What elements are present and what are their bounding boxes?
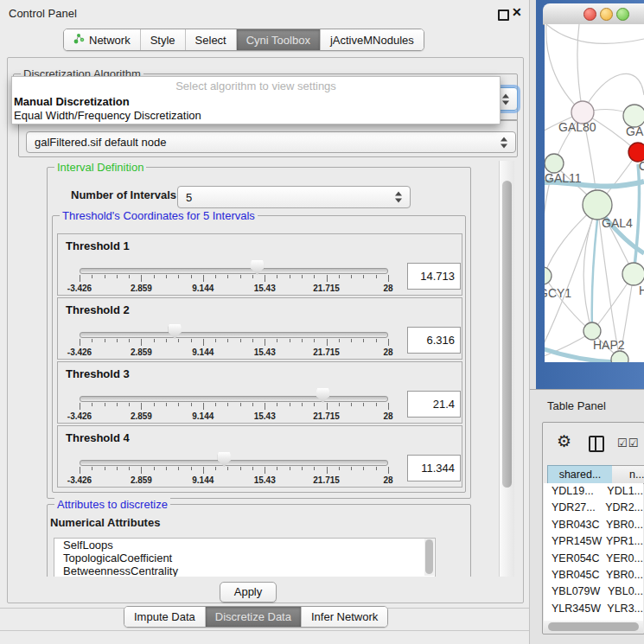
slider-track[interactable]: [80, 332, 388, 338]
tick-mark: [388, 275, 389, 282]
scrollbar-thumb[interactable]: [425, 539, 433, 574]
table-cell[interactable]: YDR27...: [544, 500, 604, 516]
table-body[interactable]: YDL19...YDL1...YDR27...YDR2...YBR043CYBR…: [544, 483, 643, 621]
option-equal-width-frequency[interactable]: Equal Width/Frequency Discretization: [12, 109, 500, 123]
table-row[interactable]: YDR27...YDR2...: [544, 500, 643, 516]
table-cell[interactable]: YBR045C: [544, 567, 605, 583]
threshold-4-value-field[interactable]: 11.344: [407, 455, 461, 481]
table-row[interactable]: YPR145WYPR1...: [544, 533, 643, 550]
apply-button[interactable]: Apply: [220, 582, 277, 603]
slider-scale: -3.4262.8599.14415.4321.71528: [80, 348, 388, 358]
close-icon[interactable]: ✕: [512, 5, 522, 19]
table-cell[interactable]: YPR1...: [605, 533, 643, 550]
tab-jactivemnodules[interactable]: jActiveMNodules: [321, 29, 424, 50]
tick-mark: [314, 339, 315, 342]
tick-mark: [339, 467, 340, 470]
close-traffic-light[interactable]: [583, 8, 596, 21]
column-header-name[interactable]: n...: [612, 465, 644, 484]
table-row[interactable]: YBL079WYBL0...: [544, 583, 643, 600]
scrollbar-thumb[interactable]: [502, 181, 512, 488]
threshold-2-slider[interactable]: -3.4262.8599.14415.4321.71528: [80, 298, 388, 359]
tab-select[interactable]: Select: [186, 29, 237, 50]
node-gal4[interactable]: [583, 190, 612, 220]
number-of-intervals-combobox[interactable]: 5: [177, 186, 411, 208]
node-hap2[interactable]: [583, 322, 601, 340]
tick-mark: [105, 403, 105, 406]
network-canvas[interactable]: GAL80 GA C GAL11 GAL4 GCY1 H HAP2: [545, 24, 644, 362]
tick-mark: [314, 467, 315, 470]
gear-icon[interactable]: ⚙: [557, 431, 571, 451]
table-cell[interactable]: YLR345W: [544, 601, 606, 617]
table-row[interactable]: YLR345WYLR3...: [544, 601, 643, 617]
table-row[interactable]: YBR043CYBR0...: [544, 517, 643, 533]
table-row[interactable]: YER054CYER0...: [544, 551, 643, 567]
table-horizontal-scrollbar[interactable]: [544, 621, 643, 633]
table-row[interactable]: YDL19...YDL1...: [544, 483, 643, 500]
table-cell[interactable]: YBL079W: [544, 583, 607, 600]
threshold-1-value-field[interactable]: 14.713: [407, 263, 461, 290]
table-cell[interactable]: YLR3...: [606, 601, 643, 617]
threshold-2-value-field[interactable]: 6.316: [407, 327, 461, 354]
table-row[interactable]: YBR045CYBR0...: [544, 567, 643, 583]
minimize-traffic-light[interactable]: [600, 8, 613, 21]
table-cell[interactable]: YPR145W: [544, 533, 605, 550]
tick-mark: [363, 339, 364, 342]
slider-track[interactable]: [80, 268, 388, 274]
table-cell[interactable]: YER0...: [605, 551, 643, 567]
tick-mark: [117, 275, 118, 278]
table-cell[interactable]: YDL19...: [544, 483, 606, 500]
table-cell[interactable]: YBR043C: [544, 517, 605, 533]
node-h[interactable]: [622, 263, 644, 285]
threshold-4-slider[interactable]: -3.4262.8599.14415.4321.71528: [80, 426, 388, 487]
numerical-attributes-list[interactable]: SelfLoopsTopologicalCoefficientBetweenne…: [54, 538, 436, 577]
slider-track[interactable]: [80, 460, 388, 466]
columns-icon[interactable]: [589, 436, 604, 452]
node-gal11[interactable]: [545, 154, 564, 173]
tab-network[interactable]: Network: [64, 29, 141, 50]
attribute-list-item[interactable]: BetweennessCentrality: [54, 564, 435, 577]
table-cell[interactable]: YDL1...: [606, 483, 643, 500]
attribute-list-item[interactable]: TopologicalCoefficient: [54, 552, 435, 564]
option-manual-discretization[interactable]: Manual Discretization: [12, 95, 500, 109]
table-toolbar: ⚙ ☑☑: [543, 423, 644, 464]
combo-arrows-icon: [502, 93, 510, 105]
table-cell[interactable]: YBL0...: [607, 583, 643, 600]
settings-scroll-pane: Interval Definition Number of Intervals …: [13, 161, 518, 577]
tab-impute-data[interactable]: Impute Data: [124, 607, 206, 627]
network-nodes[interactable]: [545, 101, 644, 362]
network-window-titlebar[interactable]: [543, 3, 644, 25]
tick-mark: [302, 275, 303, 278]
threshold-1-panel: Threshold 1 -3.4262.8599.14415.4321.7152…: [57, 233, 462, 296]
table-cell[interactable]: YBR0...: [605, 567, 643, 583]
tick-mark: [252, 275, 253, 278]
table-cell[interactable]: YER054C: [544, 551, 605, 567]
tick-mark: [92, 275, 92, 278]
attributes-list-scrollbar[interactable]: [424, 539, 434, 576]
select-checkboxes-icon[interactable]: ☑☑: [617, 437, 639, 450]
threshold-3-value-field[interactable]: 21.4: [407, 391, 461, 418]
scrollbar-thumb[interactable]: [548, 622, 639, 631]
column-header-shared-name[interactable]: shared...: [547, 465, 613, 484]
scale-label: -3.426: [67, 284, 92, 293]
node-gcy1[interactable]: [545, 267, 552, 284]
zoom-traffic-light[interactable]: [616, 8, 629, 21]
threshold-3-slider[interactable]: -3.4262.8599.14415.4321.71528: [80, 362, 388, 423]
slider-track[interactable]: [80, 396, 388, 402]
tick-mark: [215, 403, 216, 406]
tab-discretize-data[interactable]: Discretize Data: [206, 607, 302, 627]
settings-vertical-scrollbar[interactable]: [499, 161, 514, 577]
table-cell[interactable]: YDR2...: [604, 500, 643, 516]
table-data-group: Table Data galFiltered.sif default node: [18, 119, 518, 157]
table-data-combobox[interactable]: galFiltered.sif default node: [26, 131, 516, 153]
tab-cyni-toolbox[interactable]: Cyni Toolbox: [237, 29, 321, 50]
tab-style[interactable]: Style: [141, 29, 186, 50]
scale-label: 9.144: [192, 475, 214, 485]
threshold-3-panel: Threshold 3 -3.4262.8599.14415.4321.7152…: [57, 361, 462, 424]
tab-infer-network[interactable]: Infer Network: [302, 607, 387, 627]
attribute-list-item[interactable]: SelfLoops: [54, 539, 435, 552]
scale-label: 9.144: [192, 284, 214, 293]
table-cell[interactable]: YBR0...: [605, 517, 643, 533]
tick-mark: [191, 403, 192, 406]
threshold-1-slider[interactable]: -3.4262.8599.14415.4321.71528: [80, 234, 388, 295]
float-panel-icon[interactable]: [498, 10, 509, 21]
